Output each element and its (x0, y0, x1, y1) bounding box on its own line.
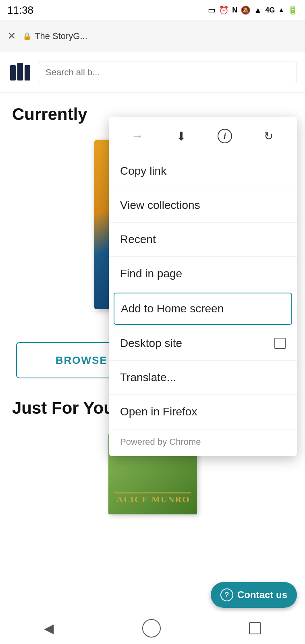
menu-item-desktop-site[interactable]: Desktop site (109, 326, 297, 361)
status-icons: ▭ ⏰ N 🔕 ▲ 4G ▲ 🔋 (208, 5, 298, 15)
browser-url-primary: The StoryG... (35, 31, 87, 41)
monitor-icon: ▭ (208, 5, 216, 15)
menu-toolbar: → ⬇ i ↻ (109, 117, 297, 154)
download-icon: ⬇ (176, 129, 186, 143)
browser-close-button[interactable]: ✕ (5, 27, 19, 45)
lock-icon: 🔒 (23, 32, 31, 41)
forward-icon: → (131, 129, 143, 143)
nav-bar: ◀ (0, 612, 305, 644)
powered-by-label: Powered by Chrome (109, 429, 297, 456)
svg-rect-2 (25, 65, 30, 80)
page-content: Currently BROWSE YOUR CURRENT (0, 93, 305, 644)
svg-rect-12 (114, 492, 191, 493)
svg-rect-1 (17, 63, 23, 80)
alarm-icon: ⏰ (219, 5, 229, 15)
app-header (0, 52, 305, 93)
menu-item-view-collections[interactable]: View collections (109, 188, 297, 223)
menu-item-recent[interactable]: Recent (109, 223, 297, 257)
refresh-button[interactable]: ↻ (257, 125, 280, 147)
nav-recent-button[interactable] (237, 618, 273, 638)
desktop-site-checkbox[interactable] (274, 338, 286, 349)
menu-item-add-to-home[interactable]: Add to Home screen (114, 293, 292, 325)
contact-us-button[interactable]: ? Contact us (211, 582, 297, 608)
svg-text:ALICE MUNRO: ALICE MUNRO (116, 494, 190, 504)
battery-icon: 🔋 (288, 5, 298, 15)
context-menu: → ⬇ i ↻ Copy link View collections Recen… (109, 117, 297, 456)
info-button[interactable]: i (214, 125, 236, 147)
signal-icon: ▲ (278, 6, 284, 14)
contact-us-icon: ? (220, 588, 233, 601)
menu-item-copy-link[interactable]: Copy link (109, 154, 297, 188)
status-time: 11:38 (7, 4, 33, 17)
nav-back-button[interactable]: ◀ (32, 617, 66, 640)
mute-icon: 🔕 (241, 5, 251, 15)
app-logo (8, 60, 32, 85)
menu-item-find-in-page[interactable]: Find in page (109, 257, 297, 291)
logo-svg (9, 61, 31, 83)
info-icon: i (218, 129, 232, 143)
status-bar: 11:38 ▭ ⏰ N 🔕 ▲ 4G ▲ 🔋 (0, 0, 305, 20)
nav-home-button[interactable] (130, 615, 173, 642)
menu-item-open-firefox[interactable]: Open in Firefox (109, 395, 297, 429)
browser-bar: ✕ 🔒 The StoryG... (0, 20, 305, 52)
browser-tab: 🔒 The StoryG... (23, 31, 300, 41)
svg-rect-0 (10, 65, 16, 80)
refresh-icon: ↻ (264, 130, 273, 143)
forward-button[interactable]: → (126, 125, 148, 147)
nav-home-icon (142, 619, 161, 638)
network-4g-icon: 4G (265, 6, 275, 14)
search-input[interactable] (39, 62, 297, 83)
wifi-icon: ▲ (254, 6, 262, 15)
nav-recent-icon (249, 622, 261, 634)
browser-url-container: The StoryG... (35, 31, 87, 41)
download-button[interactable]: ⬇ (170, 125, 192, 147)
nfc-icon: N (232, 6, 237, 14)
menu-item-translate[interactable]: Translate... (109, 361, 297, 395)
